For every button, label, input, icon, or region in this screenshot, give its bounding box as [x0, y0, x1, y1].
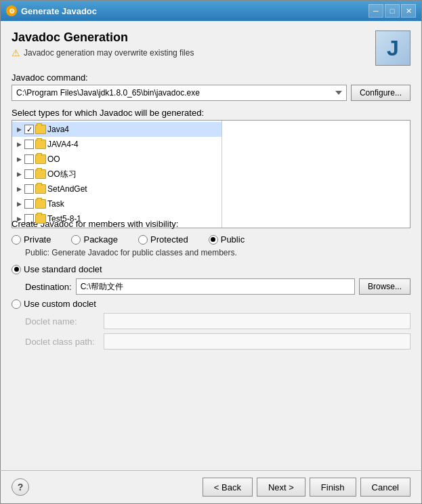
types-section: Select types for which Javadoc will be g…	[12, 108, 410, 212]
footer-buttons: < Back Next > Finish Cancel	[203, 478, 410, 497]
radio-private[interactable]: Private	[12, 234, 51, 245]
warning-icon: ⚠	[12, 47, 20, 58]
radio-protected[interactable]: Protected	[138, 234, 188, 245]
radio-standard-doclet[interactable]: Use standard doclet	[12, 264, 102, 274]
expand-arrow-icon: ▶	[15, 185, 23, 193]
header-left: Javadoc Generation ⚠ Javadoc generation …	[12, 30, 194, 58]
folder-icon	[35, 125, 46, 134]
tree-item-label: OO练习	[47, 169, 77, 180]
custom-doclet-row: Use custom doclet	[12, 299, 410, 309]
visibility-description: Public: Generate Javadoc for public clas…	[12, 248, 410, 257]
window-icon: ⚙	[6, 5, 17, 16]
tree-item-label: OO	[47, 154, 60, 164]
folder-icon	[35, 199, 46, 209]
radio-circle-protected	[138, 235, 148, 245]
command-label: Javadoc command:	[12, 72, 410, 83]
tree-checkbox[interactable]	[24, 169, 34, 179]
types-label: Select types for which Javadoc will be g…	[12, 108, 410, 118]
footer: ? < Back Next > Finish Cancel	[1, 471, 421, 503]
next-button[interactable]: Next >	[257, 478, 305, 497]
expand-arrow-icon: ▶	[15, 155, 23, 163]
footer-left: ?	[12, 478, 29, 496]
list-item[interactable]: ▶ Task	[12, 196, 221, 211]
radio-label-public: Public	[221, 234, 245, 245]
folder-icon	[35, 214, 46, 224]
tree-checkbox[interactable]	[24, 125, 34, 134]
doclet-name-input	[104, 313, 410, 329]
custom-doclet-label: Use custom doclet	[24, 299, 96, 309]
close-button[interactable]: ✕	[401, 4, 416, 18]
list-item[interactable]: ▶ Java4	[12, 122, 221, 137]
visibility-section: Create Javadoc for members with visibili…	[12, 219, 410, 257]
window-title: Generate Javadoc	[21, 6, 364, 16]
doclet-classpath-label: Doclet class path:	[25, 337, 100, 347]
doclet-name-row: Doclet name:	[12, 313, 410, 329]
list-item[interactable]: ▶ SetAndGet	[12, 182, 221, 196]
destination-input[interactable]	[76, 278, 355, 295]
radio-label-private: Private	[24, 234, 51, 245]
radio-row: Private Package Protected Public	[12, 234, 410, 245]
tree-item-label: Task	[47, 199, 64, 209]
help-button[interactable]: ?	[12, 478, 29, 496]
tree-checkbox[interactable]	[24, 184, 34, 194]
detail-pane	[222, 121, 410, 228]
list-item[interactable]: ▶ JAVA4-4	[12, 137, 221, 152]
visibility-label: Create Javadoc for members with visibili…	[12, 219, 410, 229]
types-container: ▶ Java4 ▶ JAVA4-4 ▶	[12, 120, 410, 228]
radio-circle-package	[71, 235, 81, 245]
doclet-name-label: Doclet name:	[25, 316, 100, 327]
standard-doclet-label: Use standard doclet	[24, 264, 102, 274]
expand-arrow-icon: ▶	[15, 200, 23, 208]
folder-icon	[35, 154, 46, 164]
tree-checkbox[interactable]	[24, 154, 34, 164]
tree-checkbox[interactable]	[24, 140, 34, 149]
radio-label-package: Package	[83, 234, 118, 245]
expand-arrow-icon: ▶	[15, 125, 23, 133]
header-section: Javadoc Generation ⚠ Javadoc generation …	[12, 30, 410, 66]
title-bar: ⚙ Generate Javadoc ─ □ ✕	[1, 1, 421, 21]
radio-circle-standard	[12, 265, 21, 274]
expand-arrow-icon: ▶	[15, 140, 23, 148]
main-window: ⚙ Generate Javadoc ─ □ ✕ Javadoc Generat…	[0, 0, 422, 504]
radio-label-protected: Protected	[150, 234, 188, 245]
folder-icon	[35, 184, 46, 194]
list-item[interactable]: ▶ OO练习	[12, 167, 221, 182]
expand-arrow-icon: ▶	[15, 170, 23, 178]
back-button[interactable]: < Back	[203, 478, 253, 497]
maximize-button[interactable]: □	[385, 4, 400, 18]
folder-icon	[35, 169, 46, 179]
doclet-classpath-input	[104, 333, 410, 350]
radio-custom-doclet[interactable]: Use custom doclet	[12, 299, 96, 309]
tree-item-label: Java4	[47, 125, 69, 134]
configure-button[interactable]: Configure...	[351, 85, 410, 101]
radio-public[interactable]: Public	[209, 234, 245, 245]
finish-button[interactable]: Finish	[310, 478, 356, 497]
destination-label: Destination:	[25, 282, 72, 292]
destination-row: Destination: Browse...	[12, 278, 410, 295]
command-section: Javadoc command: C:\Program Files\Java\j…	[12, 72, 410, 101]
folder-icon	[35, 140, 46, 149]
dialog-title: Javadoc Generation	[12, 30, 194, 45]
doclet-section: Use standard doclet Destination: Browse.…	[12, 264, 410, 350]
browse-button[interactable]: Browse...	[359, 278, 410, 295]
dialog-content: Javadoc Generation ⚠ Javadoc generation …	[1, 21, 421, 470]
warning-text: Javadoc generation may overwrite existin…	[24, 48, 194, 58]
doclet-classpath-row: Doclet class path:	[12, 333, 410, 350]
tree-item-label: SetAndGet	[47, 184, 87, 194]
radio-circle-public	[209, 235, 218, 245]
tree-item-label: JAVA4-4	[47, 140, 79, 149]
tree-pane[interactable]: ▶ Java4 ▶ JAVA4-4 ▶	[12, 121, 222, 228]
radio-package[interactable]: Package	[71, 234, 118, 245]
command-select[interactable]: C:\Program Files\Java\jdk1.8.0_65\bin\ja…	[12, 85, 347, 101]
tree-checkbox[interactable]	[24, 199, 34, 209]
standard-doclet-row: Use standard doclet	[12, 264, 410, 274]
minimize-button[interactable]: ─	[368, 4, 383, 18]
javadoc-logo	[375, 30, 410, 66]
warning-message: ⚠ Javadoc generation may overwrite exist…	[12, 47, 194, 58]
command-row: C:\Program Files\Java\jdk1.8.0_65\bin\ja…	[12, 85, 410, 101]
radio-circle-private	[12, 235, 21, 245]
radio-circle-custom	[12, 299, 21, 309]
window-controls: ─ □ ✕	[368, 4, 416, 18]
cancel-button[interactable]: Cancel	[360, 478, 410, 497]
list-item[interactable]: ▶ OO	[12, 152, 221, 167]
